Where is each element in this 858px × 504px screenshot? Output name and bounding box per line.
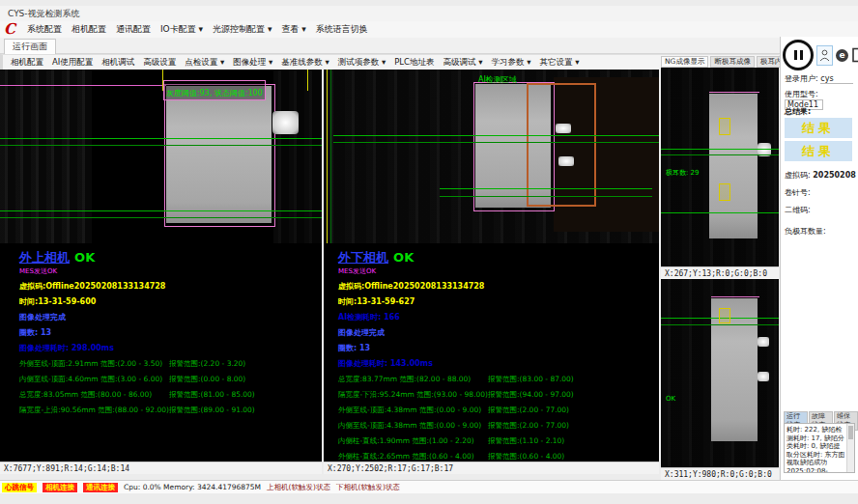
mini1-green-line-2 <box>661 154 779 155</box>
menu-view[interactable]: 查看 ▾ <box>281 23 305 36</box>
log-scrollbar-thumb[interactable] <box>848 426 853 439</box>
result-box-1: 结果 <box>785 118 852 138</box>
center-measure-row-6: 外侧柱-直线:2.65mm 范围:(0.60 - 4.00) 报警范围:(0.6… <box>338 452 652 462</box>
left-green-line-4 <box>0 217 322 218</box>
log-text-box[interactable]: 耗时: 222, 缺陷检测耗时: 17, 缺陷分类耗时: 0, 缺陷提取分区耗时… <box>784 423 855 473</box>
upper-camera-trigger-status: 上相机(软触发)状态 <box>267 483 330 492</box>
camera-view-mini-2[interactable]: OK <box>661 279 779 467</box>
menu-camera-config[interactable]: 相机配置 <box>72 23 106 36</box>
measure-alarm: 报警范围:(0.00 - 8.00) <box>169 375 245 384</box>
menu-system-config[interactable]: 系统配置 <box>27 23 62 36</box>
left-yellow-line-2 <box>307 70 308 91</box>
left-camera-status: OK <box>74 250 95 265</box>
tool-camera-debug[interactable]: 相机调试 <box>101 57 134 69</box>
tool-learning-params[interactable]: 学习参数 ▾ <box>491 57 530 69</box>
left-mes-status: MES发送OK <box>19 266 314 276</box>
measure-value: 内侧至线-顶面:4.38mm 范围:(0.00 - 9.00) <box>338 421 488 431</box>
pause-button[interactable] <box>783 40 814 70</box>
center-measure-row-1: 总宽度:83.77mm 范围:(82.00 - 88.00) 报警范围:(83.… <box>338 375 652 384</box>
cpu-memory-status: Cpu: 0.0% Memory: 3424.41796875M <box>124 483 261 491</box>
login-user-row: 登录用户: cys <box>785 73 853 84</box>
measure-value: 内侧柱-直线:1.90mm 范围:(1.00 - 2.20) <box>338 436 488 446</box>
center-measure-row-4: 内侧至线-顶面:4.38mm 范围:(0.00 - 9.00) 报警范围:(2.… <box>338 421 652 431</box>
mini1-part-outline <box>709 92 759 239</box>
side-panel: e 登录用户: cys 使用型号: Mode11 总结果: 结果 结果 虚拟码:… <box>780 37 858 481</box>
center-elapsed-text: 图像处理耗时: 143.00ms <box>338 358 652 369</box>
tool-other-settings[interactable]: 其它设置 ▾ <box>539 57 579 69</box>
left-cursor-coords: X:7677;Y:891;R:14;G:14;B:14 <box>4 464 129 473</box>
tool-plc-address[interactable]: PLC地址表 <box>394 57 434 69</box>
mini2-green-line-2 <box>661 324 779 325</box>
center-yellow-line <box>327 70 328 243</box>
mini1-green-line-1 <box>661 149 779 150</box>
left-done-text: 图像处理完成 <box>19 312 314 322</box>
left-measure-row-4: 隔宽度-上沿:90.56mm 范围:(88.00 - 92.00) 报警范围:(… <box>19 406 314 415</box>
account-badge-icon[interactable]: e <box>836 49 848 62</box>
center-green-line-4 <box>440 196 652 197</box>
center-green-line-2 <box>333 142 659 143</box>
camera-view-left[interactable]: 灰度阈值:93, 状态阈值:100 外上相机 OK MES发送OK 虚拟码:Of… <box>0 70 322 462</box>
tool-spot-check[interactable]: 点检设置 ▾ <box>185 57 224 69</box>
center-measure-row-5: 内侧柱-直线:1.90mm 范围:(1.00 - 2.20) 报警范围:(1.1… <box>338 436 652 446</box>
mini2-overlay-label: OK <box>666 395 675 403</box>
barcode-row: 虚拟码: 20250208 <box>785 170 856 181</box>
center-blob-1 <box>556 124 571 133</box>
qr-code-label: 二维码: <box>785 206 811 214</box>
camera-view-center[interactable]: AI检测区域 外下相机 OK MES发送OK 虚拟码:Offline202502… <box>324 70 659 462</box>
tab-run-screen[interactable]: 运行画面 <box>4 39 56 54</box>
center-green-vline <box>330 70 331 243</box>
mini2-coord-strip: X:311;Y:980;R:0;G:0;B:0 <box>661 467 779 480</box>
tool-baseline-params[interactable]: 基准线参数 ▾ <box>281 57 329 69</box>
user-icon <box>819 49 830 62</box>
measure-alarm: 报警范围:(2.20 - 3.20) <box>169 359 245 369</box>
log-text: 耗时: 222, 缺陷检测耗时: 17, 缺陷分类耗时: 0, 缺陷提取分区耗时… <box>786 426 845 473</box>
menu-light-config[interactable]: 光源控制配置 ▾ <box>213 23 272 36</box>
center-coord-strip: X:270;Y:2502;R:17;G:17;B:17 <box>324 462 659 474</box>
tool-advanced-settings[interactable]: 高级设置 <box>143 57 176 69</box>
center-camera-name: 外下相机 <box>338 250 388 265</box>
tool-camera-config[interactable]: 相机配置 <box>11 57 43 69</box>
lower-camera-trigger-status: 下相机(软触发)状态 <box>336 483 400 492</box>
left-overlay-label-box: 灰度阈值:93, 状态阈值:100 <box>163 80 266 100</box>
heartbeat-status-badge: 心跳信号 <box>2 483 37 492</box>
center-camera-status: OK <box>393 250 414 265</box>
measure-alarm: 报警范围:(0.60 - 4.00) <box>488 452 564 462</box>
mini2-blob-2 <box>758 372 769 381</box>
center-done-text: 图像处理完成 <box>338 327 652 338</box>
result-box-2-text: 结果 <box>802 143 835 160</box>
pin-number-label: 卷针号: <box>785 188 811 197</box>
center-mes-status: MES发送OK <box>338 266 652 276</box>
log-scrollbar[interactable] <box>846 424 854 472</box>
tool-advanced-debug[interactable]: 高级调试 ▾ <box>443 57 483 69</box>
menu-language-switch[interactable]: 系统语言切换 <box>316 23 368 36</box>
tab-bar: 运行画面 <box>0 38 858 54</box>
status-bar: 心跳信号 相机连接 通讯连接 Cpu: 0.0% Memory: 3424.41… <box>0 480 858 493</box>
menu-comm-config[interactable]: 通讯配置 <box>116 23 151 36</box>
mini1-coord-strip: X:267;Y:13;R:0;G:0;B:0 <box>661 266 779 279</box>
tool-image-processing[interactable]: 图像处理 ▾ <box>233 57 272 69</box>
left-image-area: 灰度阈值:93, 状态阈值:100 <box>0 70 322 243</box>
qr-code-row: 二维码: <box>785 205 811 215</box>
window-titlebar: CYS-视觉检测系统 <box>0 6 858 21</box>
mini-tab-broken-tab[interactable]: 断极耳成像 <box>710 56 755 68</box>
center-barcode: 虚拟码:Offline20250208133134728 <box>338 281 652 292</box>
mini-tab-ng-display[interactable]: NG成像显示 <box>661 56 708 68</box>
tool-ai-config[interactable]: AI使用配置 <box>52 57 93 69</box>
exit-button[interactable] <box>851 47 858 63</box>
left-camera-name: 外上相机 <box>19 250 70 265</box>
menu-io-config[interactable]: IO卡配置 ▾ <box>160 23 203 36</box>
camera-view-mini-1[interactable]: 极耳数: 29 <box>661 68 779 266</box>
comm-connect-badge: 通讯连接 <box>83 483 118 492</box>
center-measure-row-2: 隔宽度-下沿:95.24mm 范围:(93.00 - 98.00) 报警范围:(… <box>338 390 652 400</box>
left-part-image <box>166 86 272 223</box>
login-user-button[interactable] <box>816 45 833 66</box>
mini1-part-image <box>709 94 758 238</box>
mini2-cursor-coords: X:311;Y:980;R:0;G:0;B:0 <box>665 470 772 479</box>
mini1-green-line-3 <box>661 212 779 213</box>
center-blob-2 <box>558 156 574 166</box>
tool-test-params[interactable]: 测试项参数 ▾ <box>338 57 386 69</box>
window-title: CYS-视觉检测系统 <box>8 9 80 18</box>
measure-value: 隔宽度-上沿:90.56mm 范围:(88.00 - 92.00) <box>19 406 169 415</box>
left-time: 时间:13-31-59-600 <box>19 296 314 307</box>
center-ai-elapsed: AI检测耗时: 166 <box>338 312 652 322</box>
